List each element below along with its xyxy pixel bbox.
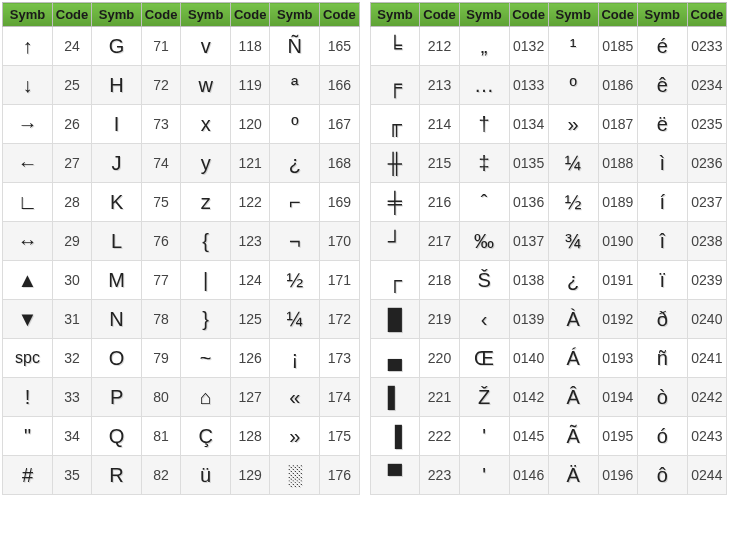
symbol-cell: P (92, 378, 142, 417)
code-cell: 213 (420, 66, 459, 105)
symbol-value: ' (482, 464, 486, 486)
code-cell: 0237 (687, 183, 726, 222)
right-table-head: Symb Code Symb Code Symb Code Symb Code (370, 3, 727, 27)
code-value: 128 (239, 428, 262, 444)
code-value: 0243 (691, 428, 722, 444)
symbol-cell: ┌ (370, 261, 420, 300)
table-row: !33P80⌂127«174 (3, 378, 360, 417)
code-cell: 82 (142, 456, 181, 495)
code-cell: 29 (52, 222, 91, 261)
symbol-cell: ½ (548, 183, 598, 222)
code-cell: 127 (231, 378, 270, 417)
symbol-value: Š (477, 269, 490, 291)
code-cell: 222 (420, 417, 459, 456)
symbol-value: R (109, 464, 123, 486)
table-row: →26I73x120º167 (3, 105, 360, 144)
symbol-value: Q (109, 425, 125, 447)
code-cell: 212 (420, 27, 459, 66)
symbol-value: ╘ (388, 35, 402, 57)
page: Symb Code Symb Code Symb Code Symb Code … (0, 0, 729, 539)
symbol-cell: Œ (459, 339, 509, 378)
th-code: Code (420, 3, 459, 27)
code-cell: 0191 (598, 261, 637, 300)
code-value: 0239 (691, 272, 722, 288)
symbol-value: Œ (474, 347, 494, 369)
symbol-value: ¼ (565, 152, 582, 174)
symbol-cell: « (270, 378, 320, 417)
code-value: 170 (328, 233, 351, 249)
code-cell: 168 (320, 144, 359, 183)
code-cell: 30 (52, 261, 91, 300)
symbol-cell: ê (637, 66, 687, 105)
code-cell: 26 (52, 105, 91, 144)
code-cell: 119 (231, 66, 270, 105)
code-value: 127 (239, 389, 262, 405)
symbol-value: » (289, 425, 300, 447)
code-value: 0192 (602, 311, 633, 327)
code-value: 73 (153, 116, 169, 132)
code-cell: 215 (420, 144, 459, 183)
symbol-cell: í (637, 183, 687, 222)
code-cell: 169 (320, 183, 359, 222)
symbol-cell: Â (548, 378, 598, 417)
code-cell: 0142 (509, 378, 548, 417)
symbol-cell: I (92, 105, 142, 144)
code-value: 0196 (602, 467, 633, 483)
code-cell: 76 (142, 222, 181, 261)
symbol-value: L (111, 230, 122, 252)
code-value: 35 (64, 467, 80, 483)
symbol-cell: „ (459, 27, 509, 66)
code-cell: 73 (142, 105, 181, 144)
symbol-cell: ⌂ (181, 378, 231, 417)
code-cell: 0239 (687, 261, 726, 300)
symbol-cell: K (92, 183, 142, 222)
code-value: 120 (239, 116, 262, 132)
code-cell: 172 (320, 300, 359, 339)
symbol-value: Á (567, 347, 580, 369)
symbol-value: ë (657, 113, 668, 135)
symbol-value: î (660, 230, 666, 252)
code-cell: 125 (231, 300, 270, 339)
code-cell: 0236 (687, 144, 726, 183)
symbol-value: ░ (288, 464, 302, 486)
th-symb: Symb (459, 3, 509, 27)
symbol-value: v (201, 35, 211, 57)
symbol-value: ~ (200, 347, 212, 369)
code-value: 0189 (602, 194, 633, 210)
symbol-value: ü (200, 464, 211, 486)
code-cell: 0196 (598, 456, 637, 495)
symbol-cell: ‡ (459, 144, 509, 183)
symbol-cell: ½ (270, 261, 320, 300)
code-value: 0134 (513, 116, 544, 132)
symbol-value: … (474, 74, 494, 96)
code-value: 165 (328, 38, 351, 54)
code-value: 174 (328, 389, 351, 405)
symbol-cell: ¾ (548, 222, 598, 261)
symbol-value: ╫ (388, 152, 402, 174)
symbol-value: ¹ (570, 35, 577, 57)
symbol-cell: v (181, 27, 231, 66)
symbol-value: Ñ (288, 35, 302, 57)
th-code: Code (687, 3, 726, 27)
code-value: 0136 (513, 194, 544, 210)
symbol-cell: ì (637, 144, 687, 183)
symbol-cell: º (270, 105, 320, 144)
th-code: Code (52, 3, 91, 27)
code-value: 0238 (691, 233, 722, 249)
code-cell: 0186 (598, 66, 637, 105)
symbol-value: K (110, 191, 123, 213)
code-cell: 173 (320, 339, 359, 378)
symbol-cell: y (181, 144, 231, 183)
symbol-cell: À (548, 300, 598, 339)
symbol-value: ‹ (481, 308, 488, 330)
code-value: 0191 (602, 272, 633, 288)
code-value: 77 (153, 272, 169, 288)
symbol-cell: Š (459, 261, 509, 300)
code-value: 0139 (513, 311, 544, 327)
th-code: Code (231, 3, 270, 27)
symbol-cell: H (92, 66, 142, 105)
code-cell: 32 (52, 339, 91, 378)
symbol-value: ← (17, 152, 37, 174)
code-cell: 0189 (598, 183, 637, 222)
code-cell: 72 (142, 66, 181, 105)
